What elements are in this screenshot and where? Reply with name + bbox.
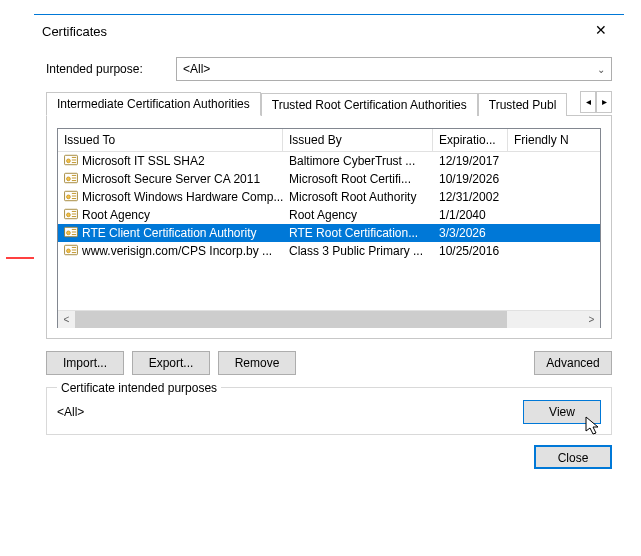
tab-scroll-right-icon[interactable]: ▸ — [596, 91, 612, 113]
certificate-icon — [64, 154, 78, 169]
cell-expiration: 12/31/2002 — [433, 189, 508, 205]
cell-expiration: 10/19/2026 — [433, 171, 508, 187]
cell-issued-to: www.verisign.com/CPS Incorp.by ... — [58, 243, 283, 260]
column-friendly-name[interactable]: Friendly N — [508, 129, 600, 151]
cell-friendly — [508, 232, 600, 234]
cell-friendly — [508, 250, 600, 252]
svg-point-23 — [67, 230, 71, 234]
table-row[interactable]: Microsoft IT SSL SHA2Baltimore CyberTrus… — [58, 152, 600, 170]
cell-issued-to: Microsoft IT SSL SHA2 — [58, 153, 283, 170]
issued-to-text: Microsoft Windows Hardware Comp... — [82, 190, 283, 204]
chevron-down-icon: ⌄ — [597, 64, 605, 75]
group-title: Certificate intended purposes — [57, 381, 221, 395]
certificate-icon — [64, 226, 78, 241]
horizontal-scrollbar[interactable]: < > — [58, 310, 600, 327]
cell-friendly — [508, 214, 600, 216]
tab-intermediate-ca[interactable]: Intermediate Certification Authorities — [46, 92, 261, 116]
cell-issued-to: Root Agency — [58, 207, 283, 224]
intended-purposes-group: Certificate intended purposes <All> View — [46, 387, 612, 435]
listview-rows: Microsoft IT SSL SHA2Baltimore CyberTrus… — [58, 152, 600, 310]
table-row[interactable]: Root AgencyRoot Agency1/1/2040 — [58, 206, 600, 224]
certificate-icon — [64, 208, 78, 223]
listview-header: Issued To Issued By Expiratio... Friendl… — [58, 129, 600, 152]
scroll-right-icon[interactable]: > — [583, 311, 600, 328]
advanced-button[interactable]: Advanced — [534, 351, 612, 375]
scroll-left-icon[interactable]: < — [58, 311, 75, 328]
scrollbar-track[interactable] — [75, 311, 583, 328]
svg-point-28 — [67, 248, 71, 252]
intended-purpose-value: <All> — [183, 62, 210, 76]
cell-issued-by: Baltimore CyberTrust ... — [283, 153, 433, 169]
column-issued-by[interactable]: Issued By — [283, 129, 433, 151]
cell-expiration: 1/1/2040 — [433, 207, 508, 223]
column-expiration[interactable]: Expiratio... — [433, 129, 508, 151]
intended-purpose-dropdown[interactable]: <All> ⌄ — [176, 57, 612, 81]
cell-issued-to: Microsoft Secure Server CA 2011 — [58, 171, 283, 188]
group-inner: <All> View — [57, 400, 601, 424]
svg-point-8 — [67, 176, 71, 180]
view-button[interactable]: View — [523, 400, 601, 424]
tab-trusted-publishers[interactable]: Trusted Publ — [478, 93, 568, 116]
tab-scroll-buttons: ◂ ▸ — [580, 91, 612, 113]
issued-to-text: Microsoft IT SSL SHA2 — [82, 154, 205, 168]
cell-issued-to: RTE Client Certification Authority — [58, 225, 283, 242]
close-icon[interactable]: ✕ — [586, 21, 616, 41]
cell-friendly — [508, 178, 600, 180]
issued-to-text: Root Agency — [82, 208, 150, 222]
tab-body: Issued To Issued By Expiratio... Friendl… — [46, 116, 612, 339]
intended-purpose-label: Intended purpose: — [46, 62, 166, 76]
cell-friendly — [508, 196, 600, 198]
action-button-row: Import... Export... Remove Advanced — [46, 339, 612, 383]
dialog-title: Certificates — [42, 24, 107, 39]
cell-issued-by: Root Agency — [283, 207, 433, 223]
svg-point-3 — [67, 158, 71, 162]
table-row[interactable]: Microsoft Windows Hardware Comp...Micros… — [58, 188, 600, 206]
intended-purpose-row: Intended purpose: <All> ⌄ — [46, 51, 612, 91]
cell-issued-by: Microsoft Root Authority — [283, 189, 433, 205]
cell-friendly — [508, 160, 600, 162]
cell-issued-by: Microsoft Root Certifi... — [283, 171, 433, 187]
certificates-dialog: Certificates ✕ Intended purpose: <All> ⌄… — [34, 14, 624, 481]
svg-point-18 — [67, 212, 71, 216]
cell-issued-by: RTE Root Certification... — [283, 225, 433, 241]
table-row[interactable]: Microsoft Secure Server CA 2011Microsoft… — [58, 170, 600, 188]
table-row-selected[interactable]: RTE Client Certification AuthorityRTE Ro… — [58, 224, 600, 242]
table-row[interactable]: www.verisign.com/CPS Incorp.by ...Class … — [58, 242, 600, 260]
tab-scroll-left-icon[interactable]: ◂ — [580, 91, 596, 113]
import-button[interactable]: Import... — [46, 351, 124, 375]
svg-point-13 — [67, 194, 71, 198]
issued-to-text: RTE Client Certification Authority — [82, 226, 257, 240]
tab-strip: Intermediate Certification Authorities T… — [46, 91, 612, 116]
certificate-icon — [64, 244, 78, 259]
certificate-listview[interactable]: Issued To Issued By Expiratio... Friendl… — [57, 128, 601, 328]
cell-expiration: 12/19/2017 — [433, 153, 508, 169]
remove-button[interactable]: Remove — [218, 351, 296, 375]
close-button[interactable]: Close — [534, 445, 612, 469]
scrollbar-thumb[interactable] — [75, 311, 507, 328]
footer-row: Close — [46, 435, 612, 473]
certificate-icon — [64, 172, 78, 187]
export-button[interactable]: Export... — [132, 351, 210, 375]
cell-issued-by: Class 3 Public Primary ... — [283, 243, 433, 259]
tab-trusted-root-ca[interactable]: Trusted Root Certification Authorities — [261, 93, 478, 116]
column-issued-to[interactable]: Issued To — [58, 129, 283, 151]
cell-expiration: 3/3/2026 — [433, 225, 508, 241]
issued-to-text: Microsoft Secure Server CA 2011 — [82, 172, 260, 186]
dialog-content: Intended purpose: <All> ⌄ Intermediate C… — [34, 51, 624, 481]
issued-to-text: www.verisign.com/CPS Incorp.by ... — [82, 244, 272, 258]
cell-expiration: 10/25/2016 — [433, 243, 508, 259]
cell-issued-to: Microsoft Windows Hardware Comp... — [58, 189, 283, 206]
titlebar: Certificates ✕ — [34, 15, 624, 51]
certificate-icon — [64, 190, 78, 205]
purposes-value: <All> — [57, 405, 84, 419]
